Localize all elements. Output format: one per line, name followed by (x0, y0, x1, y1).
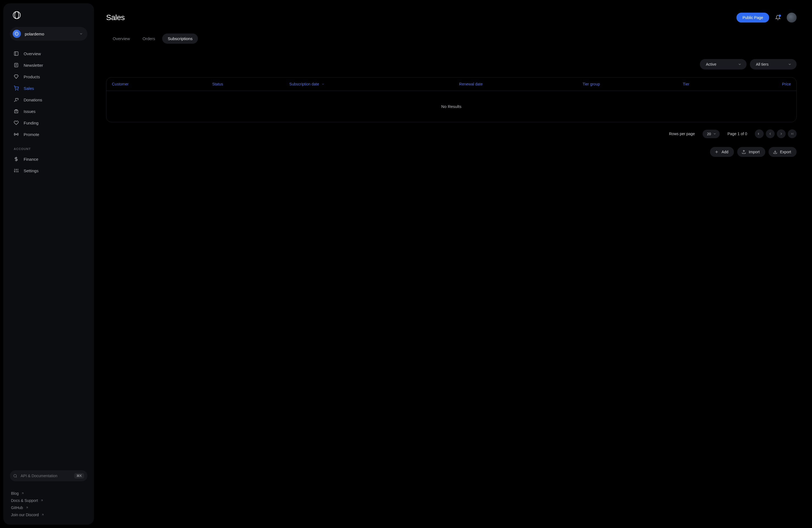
sidebar-item-promote[interactable]: Promote (10, 129, 87, 139)
chevron-down-icon (713, 132, 716, 135)
chevron-down-icon (738, 62, 742, 66)
sidebar-item-label: Overview (24, 51, 41, 56)
tab-overview[interactable]: Overview (107, 33, 135, 44)
col-label: Renewal date (459, 82, 483, 86)
search-button[interactable]: API & Documentation ⌘K (10, 470, 87, 481)
col-price[interactable]: Price (745, 82, 791, 86)
col-label: Status (212, 82, 223, 86)
hand-heart-icon (14, 97, 19, 102)
footer-link-docs[interactable]: Docs & Support (11, 498, 86, 503)
sidebar-item-newsletter[interactable]: Newsletter (10, 60, 87, 70)
vote-icon (14, 109, 19, 114)
sidebar-item-issues[interactable]: Issues (10, 106, 87, 117)
import-button[interactable]: Import (737, 147, 765, 157)
col-status[interactable]: Status (212, 82, 289, 86)
svg-rect-4 (14, 52, 18, 56)
col-label: Tier (683, 82, 690, 86)
upload-icon (742, 150, 746, 154)
last-page-icon (790, 132, 794, 136)
panel-icon (14, 51, 19, 56)
app-logo (13, 11, 21, 19)
col-subscription-date[interactable]: Subscription date (289, 82, 459, 86)
footer-link-label: GitHub (11, 506, 23, 510)
sort-icon (321, 82, 325, 86)
notification-dot (779, 15, 781, 17)
cart-icon (14, 86, 19, 91)
org-name: polardemo (25, 32, 75, 36)
table-actions: Add Import Export (106, 147, 797, 157)
footer-link-label: Join our Discord (11, 513, 39, 517)
sidebar-item-label: Funding (24, 121, 39, 125)
document-icon (14, 63, 19, 67)
footer-link-discord[interactable]: Join our Discord (11, 513, 86, 517)
sidebar-item-sales[interactable]: Sales (10, 83, 87, 93)
chevron-left-icon (768, 132, 772, 136)
chevron-down-icon (788, 62, 792, 66)
tab-label: Overview (113, 36, 130, 41)
add-button[interactable]: Add (710, 147, 734, 157)
user-avatar[interactable] (787, 13, 797, 22)
col-tier[interactable]: Tier (683, 82, 745, 86)
download-icon (773, 150, 777, 154)
tabs: Overview Orders Subscriptions (106, 33, 797, 44)
svg-point-12 (16, 134, 17, 135)
notifications-button[interactable] (775, 15, 781, 20)
tab-label: Orders (143, 36, 155, 41)
tab-subscriptions[interactable]: Subscriptions (162, 33, 198, 44)
status-filter[interactable]: Active (700, 59, 746, 70)
pager: Rows per page 20 Page 1 of 0 (106, 130, 797, 138)
sidebar-item-label: Newsletter (24, 63, 43, 67)
col-customer[interactable]: Customer (112, 82, 212, 86)
heart-icon (14, 120, 19, 125)
col-renewal-date[interactable]: Renewal date (459, 82, 582, 86)
sidebar: polardemo Overview Newsletter Products S… (3, 3, 94, 525)
page-size-select[interactable]: 20 (702, 130, 720, 138)
search-placeholder: API & Documentation (20, 473, 71, 478)
main-content: Sales Public Page Overview Orders Subscr… (97, 0, 812, 528)
sidebar-item-settings[interactable]: Settings (10, 165, 87, 176)
chevron-right-icon (779, 132, 783, 136)
plus-icon (714, 150, 719, 154)
org-switcher[interactable]: polardemo (10, 27, 87, 41)
sidebar-item-overview[interactable]: Overview (10, 48, 87, 59)
tab-orders[interactable]: Orders (137, 33, 161, 44)
svg-point-10 (15, 90, 16, 90)
sidebar-item-products[interactable]: Products (10, 72, 87, 82)
footer-link-github[interactable]: GitHub (11, 506, 86, 510)
public-page-button[interactable]: Public Page (736, 13, 769, 22)
first-page-button[interactable] (755, 130, 764, 138)
col-label: Customer (112, 82, 129, 86)
footer-link-blog[interactable]: Blog (11, 491, 86, 496)
sidebar-item-label: Settings (24, 168, 39, 173)
col-label: Subscription date (289, 82, 319, 86)
main-nav: Overview Newsletter Products Sales Donat… (10, 48, 87, 176)
sliders-icon (14, 168, 19, 173)
prev-page-button[interactable] (766, 130, 774, 138)
dollar-icon (14, 156, 19, 162)
filters: Active All tiers (106, 59, 797, 70)
broadcast-icon (14, 132, 19, 137)
sidebar-item-donations[interactable]: Donations (10, 94, 87, 105)
pager-buttons (755, 130, 797, 138)
sidebar-item-finance[interactable]: Finance (10, 154, 87, 164)
external-link-icon (21, 492, 24, 495)
svg-point-2 (15, 32, 19, 36)
sidebar-item-funding[interactable]: Funding (10, 118, 87, 128)
action-label: Export (780, 150, 791, 154)
last-page-button[interactable] (788, 130, 797, 138)
next-page-button[interactable] (777, 130, 786, 138)
col-label: Price (782, 82, 791, 86)
tab-label: Subscriptions (168, 36, 192, 41)
table-header: Customer Status Subscription date Renewa… (106, 77, 796, 91)
subscriptions-table: Customer Status Subscription date Renewa… (106, 77, 797, 122)
search-icon (13, 474, 17, 478)
col-label: Tier group (582, 82, 600, 86)
svg-point-1 (15, 12, 19, 19)
sidebar-item-label: Issues (24, 109, 35, 114)
page-size-value: 20 (707, 132, 711, 136)
export-button[interactable]: Export (769, 147, 797, 157)
col-tier-group[interactable]: Tier group (582, 82, 683, 86)
external-link-icon (40, 499, 43, 502)
sidebar-item-label: Sales (24, 86, 34, 91)
tier-filter[interactable]: All tiers (750, 59, 797, 70)
